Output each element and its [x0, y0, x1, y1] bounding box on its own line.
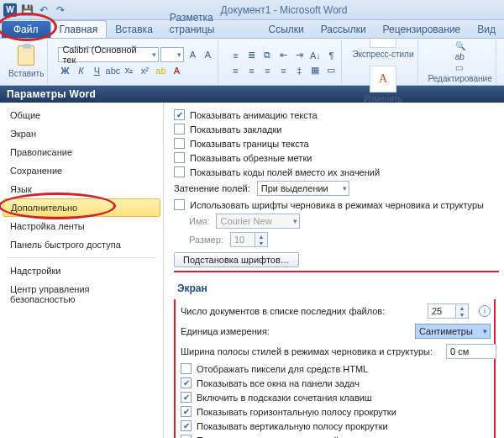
numbering-icon[interactable]: ≣ — [244, 49, 258, 62]
shrink-font-icon[interactable]: A — [201, 48, 214, 61]
font-group: Calibri (Основной тек A A Ж К Ч abc x₂ x… — [55, 40, 218, 84]
combo-field-shading[interactable]: При выделении — [257, 181, 349, 196]
sort-icon[interactable]: A↓ — [308, 49, 322, 62]
replace-icon[interactable]: ab — [455, 52, 465, 61]
sidebar-item-label: Дополнительно — [11, 203, 77, 213]
underline-icon[interactable]: Ч — [90, 64, 103, 77]
borders-icon[interactable]: ▭ — [324, 64, 338, 77]
info-icon[interactable]: i — [479, 305, 491, 317]
tab-references[interactable]: Ссылки — [260, 21, 312, 38]
lbl-screen-opt-4: Показывать вертикальную полосу прокрутки — [197, 421, 388, 431]
sidebar-item-addins[interactable]: Надстройки — [0, 261, 163, 280]
spin-recent-docs[interactable]: 25 — [428, 303, 456, 319]
save-icon[interactable]: 💾 — [20, 3, 34, 17]
align-right-icon[interactable]: ≡ — [260, 64, 274, 77]
shading-icon[interactable]: ▦ — [308, 64, 322, 77]
lbl-crop-marks: Показывать обрезные метки — [190, 153, 312, 163]
lbl-draft-font: Использовать шрифты черновика в режимах … — [190, 200, 484, 210]
chk-text-boundaries[interactable] — [174, 138, 185, 149]
highlight-icon[interactable]: ab — [154, 64, 167, 77]
tab-home[interactable]: Главная — [50, 20, 108, 38]
options-dialog-title: Параметры Word — [0, 86, 504, 103]
undo-icon[interactable]: ↶ — [37, 3, 50, 17]
change-styles-icon[interactable]: A — [370, 66, 396, 92]
chk-screen-opt-2[interactable] — [181, 392, 192, 403]
paste-icon[interactable] — [18, 45, 34, 66]
redo-icon[interactable]: ↷ — [54, 3, 67, 17]
ribbon-body: Вставить Calibri (Основной тек A A Ж К Ч… — [0, 39, 504, 86]
indent-dec-icon[interactable]: ⇤ — [276, 49, 290, 62]
lbl-screen-opt-3: Показывать горизонтальную полосу прокрут… — [197, 407, 396, 417]
lbl-text-animation: Показывать анимацию текста — [190, 110, 318, 120]
tab-page-layout[interactable]: Разметка страницы — [161, 9, 260, 38]
lbl-draft-size: Размер: — [189, 235, 223, 245]
align-left-icon[interactable]: ≡ — [228, 64, 242, 77]
chk-screen-opt-3[interactable] — [181, 406, 192, 417]
input-style-width[interactable]: 0 см — [446, 344, 496, 359]
sidebar-item-language[interactable]: Язык — [0, 180, 163, 198]
chk-field-codes[interactable] — [174, 166, 185, 177]
show-marks-icon[interactable]: ¶ — [324, 49, 338, 62]
chk-text-animation[interactable] — [174, 109, 185, 120]
combo-draft-name: Courier New — [216, 214, 300, 229]
chk-crop-marks[interactable] — [174, 152, 185, 163]
multilevel-icon[interactable]: ⧉ — [260, 49, 274, 62]
align-center-icon[interactable]: ≡ — [244, 64, 258, 77]
spin-recent-buttons[interactable]: ▲▼ — [456, 303, 469, 319]
superscript-icon[interactable]: x² — [138, 64, 151, 77]
font-color-icon[interactable]: A — [170, 64, 183, 77]
lbl-text-boundaries: Показывать границы текста — [190, 139, 309, 149]
sidebar-item-display[interactable]: Экран — [0, 124, 163, 143]
sidebar-item-save[interactable]: Сохранение — [0, 161, 163, 180]
chk-screen-opt-0[interactable] — [181, 363, 192, 374]
justify-icon[interactable]: ≡ — [276, 64, 290, 77]
chk-screen-opt-4[interactable] — [181, 420, 192, 431]
lbl-field-shading: Затенение полей: — [174, 183, 250, 193]
sidebar-item-trust-center[interactable]: Центр управления безопасностью — [0, 280, 163, 309]
tab-mailings[interactable]: Рассылки — [312, 21, 375, 38]
tab-file-label: Файл — [13, 24, 39, 35]
chk-bookmarks[interactable] — [174, 124, 185, 135]
italic-icon[interactable]: К — [74, 64, 87, 77]
quick-access-toolbar: 💾 ↶ ↷ — [20, 3, 67, 17]
lbl-screen-opt-0: Отображать пиксели для средств HTML — [197, 364, 368, 374]
chk-screen-opt-1[interactable] — [181, 377, 192, 388]
sidebar-item-customize-ribbon[interactable]: Настройка ленты — [0, 217, 163, 235]
sidebar-item-general[interactable]: Общие — [0, 106, 163, 124]
tab-review[interactable]: Рецензирование — [375, 21, 470, 38]
grow-font-icon[interactable]: A — [186, 48, 199, 61]
paste-label: Вставить — [8, 69, 44, 78]
strike-icon[interactable]: abc — [106, 64, 119, 77]
chk-screen-opt-5[interactable] — [181, 435, 192, 438]
tab-insert[interactable]: Вставка — [107, 21, 161, 38]
indent-inc-icon[interactable]: ⇥ — [292, 49, 306, 62]
bullets-icon[interactable]: ≡ — [228, 49, 242, 62]
styles-group: A Экспресс-стили A Изменить — [349, 40, 417, 84]
chk-draft-font[interactable] — [174, 199, 185, 210]
spin-draft-size-buttons: ▲▼ — [255, 232, 268, 247]
lbl-screen-opt-5: Показывать вертикальную линейку в режиме… — [197, 435, 433, 439]
font-name-combo[interactable]: Calibri (Основной тек — [58, 47, 159, 62]
subscript-icon[interactable]: x₂ — [122, 64, 135, 77]
options-sidebar: Общие Экран Правописание Сохранение Язык… — [0, 103, 164, 438]
font-size-combo[interactable] — [160, 47, 184, 62]
sidebar-item-qat[interactable]: Панель быстрого доступа — [0, 235, 163, 254]
btn-font-substitution[interactable]: Подстановка шрифтов… — [174, 252, 299, 267]
tab-file[interactable]: Файл — [2, 21, 50, 38]
lbl-draft-name: Имя: — [189, 216, 209, 226]
lbl-screen-opt-1: Показывать все окна на панели задач — [197, 378, 360, 388]
sidebar-item-proofing[interactable]: Правописание — [0, 143, 163, 161]
select-icon[interactable]: ▭ — [455, 63, 465, 72]
lbl-screen-opt-2: Включить в подсказки сочетания клавиш — [197, 393, 372, 403]
find-icon[interactable]: 🔍 — [455, 41, 465, 50]
options-dialog: Общие Экран Правописание Сохранение Язык… — [0, 103, 504, 438]
bold-icon[interactable]: Ж — [58, 64, 71, 77]
combo-units[interactable]: Сантиметры — [415, 324, 491, 339]
annotation-frame-screen: Число документов в списке последних файл… — [174, 299, 496, 438]
lbl-field-codes: Показывать коды полей вместо их значений — [190, 167, 380, 177]
tab-view[interactable]: Вид — [469, 21, 504, 38]
editing-label: Редактирование — [428, 74, 492, 83]
lbl-style-width: Ширина полосы стилей в режимах черновика… — [181, 346, 433, 356]
line-spacing-icon[interactable]: ‡ — [292, 64, 306, 77]
sidebar-item-advanced[interactable]: Дополнительно — [3, 198, 160, 217]
